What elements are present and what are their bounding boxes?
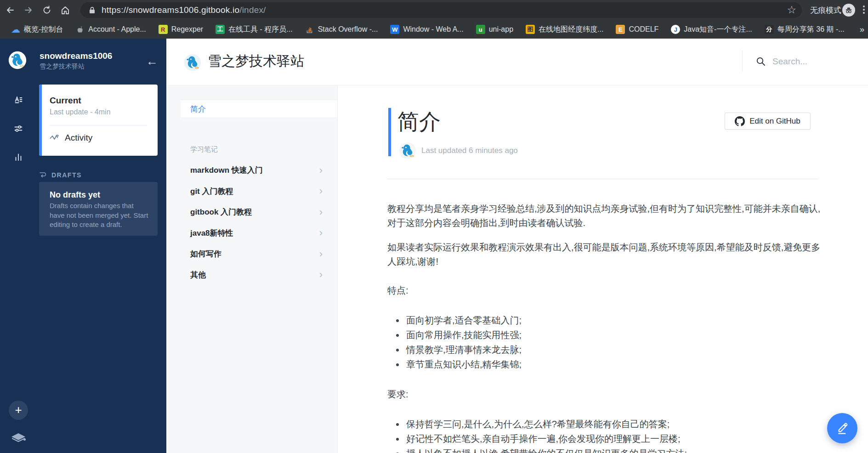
svg-text:</>: </> [410, 154, 414, 158]
add-button[interactable]: + [9, 401, 28, 420]
bookmark-star-icon[interactable]: ☆ [787, 4, 796, 16]
workspace-name: snowdreams1006 [40, 51, 112, 61]
bookmark-favicon: ☁ [11, 25, 20, 34]
bookmark-favicon [305, 25, 314, 34]
bookmark-item[interactable]: 工 在线工具 - 程序员... [216, 25, 293, 34]
url-text: https://snowdreams1006.gitbook.io/index/ [102, 5, 266, 15]
list-item: 面向初学者,适合零基础入门; [405, 313, 826, 328]
author-avatar: </> [399, 142, 416, 159]
nav-item-java8[interactable]: java8新特性› [166, 223, 337, 244]
chevron-right-icon: › [319, 269, 323, 281]
drafts-icon [39, 171, 47, 179]
last-updated-text: Last updated 6 minutes ago [421, 146, 518, 155]
book-nav: 简介 学习笔记 markdown 快速入门› git 入门教程› gitbook… [166, 86, 338, 453]
workspace-subtitle: 雪之梦技术驿站 [40, 62, 85, 71]
requirements-heading: 要求: [387, 387, 826, 402]
chevron-right-icon: › [319, 164, 323, 176]
current-card-accent [39, 85, 42, 156]
bookmark-favicon: 图 [526, 25, 535, 34]
bookmark-favicon: u [476, 25, 485, 34]
github-icon [735, 116, 745, 126]
nav-item-howtowrite[interactable]: 如何写作› [166, 243, 337, 265]
chevron-right-icon: › [319, 227, 323, 239]
drafts-section-label: DRAFTS [51, 171, 82, 179]
content-rail-icon[interactable] [14, 95, 23, 104]
browser-toolbar: https://snowdreams1006.gitbook.io/index/… [0, 0, 868, 20]
list-item: 授人以鱼不如授人以渔,希望带给你的不仅仅是知识更多的是学习方法: [405, 447, 826, 453]
insights-rail-icon[interactable] [14, 153, 23, 162]
svg-text:</>: </> [195, 66, 199, 69]
search-icon [756, 57, 766, 67]
back-button[interactable] [4, 4, 17, 17]
browser-menu-icon[interactable] [863, 6, 865, 14]
bookmark-item[interactable]: W Window - Web A... [390, 25, 463, 34]
address-bar[interactable]: https://snowdreams1006.gitbook.io/index/… [80, 2, 802, 18]
edit-on-github-button[interactable]: Edit on GitHub [725, 113, 811, 130]
edit-fab[interactable] [827, 413, 857, 443]
home-button[interactable] [59, 4, 72, 17]
incognito-mode-label: 无痕模式 [810, 5, 841, 16]
nav-item-git[interactable]: git 入门教程› [166, 181, 337, 202]
nav-item-markdown[interactable]: markdown 快速入门› [166, 160, 337, 181]
drafts-empty-card: No drafts yet Drafts contain changes tha… [39, 182, 158, 236]
pencil-icon [835, 421, 849, 435]
list-item: 好记性不如烂笔头,亲自动手操作一遍,你会发现你的理解更上一层楼; [405, 432, 826, 446]
bookmark-item[interactable]: ☁ 概览-控制台 [11, 25, 63, 34]
search-divider [742, 51, 743, 72]
list-item: 章节重点知识小结,精华集锦; [405, 357, 826, 372]
search-input[interactable]: Search... [756, 57, 807, 67]
bookmark-favicon: E [616, 25, 625, 34]
site-title[interactable]: 雪之梦技术驿站 [208, 52, 304, 71]
lock-icon [89, 6, 96, 14]
incognito-icon [842, 4, 855, 17]
page-content: 简介 </> Last updated 6 minutes ago Edit o… [338, 86, 868, 453]
drafts-section-header: DRAFTS [39, 171, 82, 179]
page-meta: </> Last updated 6 minutes ago [399, 142, 518, 159]
customize-rail-icon[interactable] [14, 124, 23, 133]
requirements-list: 保持哲学三问,是什么,为什么,怎么样?希望最终能有你自己的答案; 好记性不如烂笔… [387, 417, 826, 453]
nav-item-gitbook[interactable]: gitbook 入门教程› [166, 202, 337, 223]
bookmark-item[interactable]: 图 在线地图经度纬度... [526, 25, 603, 34]
nav-item-intro-active[interactable]: 简介 [181, 100, 337, 118]
paragraph: 教程分享均是笔者亲身学习经验总结,涉及到的知识点均亲身试验,但有时为了知识完整性… [387, 202, 826, 230]
bookmark-favicon: 工 [216, 25, 225, 34]
search-placeholder: Search... [772, 57, 807, 67]
bookmark-item[interactable]: E CODELF [616, 25, 658, 34]
list-item: 情景教学,理清事情来龙去脉; [405, 343, 826, 357]
current-subtitle: Last update - 4min [50, 108, 111, 116]
drafts-empty-title: No drafts yet [50, 190, 148, 200]
bookmark-favicon: 分 [765, 25, 774, 34]
list-item: 保持哲学三问,是什么,为什么,怎么样?希望最终能有你自己的答案; [405, 417, 826, 431]
list-item: 面向常用操作,技能实用性强; [405, 328, 826, 342]
admin-sidebar: </> snowdreams1006 雪之梦技术驿站 ← Current Las… [0, 39, 166, 453]
reload-button[interactable] [40, 4, 53, 17]
collapse-sidebar-icon[interactable]: ← [146, 54, 158, 68]
activity-link[interactable]: Activity [50, 133, 92, 143]
current-version-card[interactable]: Current Last update - 4min Activity [39, 85, 158, 156]
site-logo[interactable]: </> [184, 54, 201, 71]
current-title: Current [50, 96, 81, 106]
page-title-accent-bar [388, 108, 391, 156]
gitbook-logo-icon[interactable] [10, 431, 27, 447]
page-body: 教程分享均是笔者亲身学习经验总结,涉及到的知识点均亲身试验,但有时为了知识完整性… [387, 179, 826, 453]
nav-item-other[interactable]: 其他› [166, 265, 337, 286]
bookmark-favicon: W [390, 25, 399, 34]
workspace-avatar[interactable]: </> [8, 51, 27, 69]
bookmark-item[interactable]: u uni-app [476, 25, 513, 34]
forward-button[interactable] [22, 4, 35, 17]
bookmark-item[interactable]: R Regexper [159, 25, 203, 34]
current-card-divider [50, 125, 147, 125]
activity-icon [50, 134, 60, 142]
bookmark-item[interactable]: J Java知音-一个专注... [671, 25, 752, 34]
bookmarks-bar: ☁ 概览-控制台 Account - Apple... R Regexper 工… [0, 20, 868, 39]
bookmark-favicon: J [671, 25, 680, 34]
bookmarks-overflow-chevron[interactable]: » [860, 25, 864, 34]
bookmark-item[interactable]: Stack Overflow -... [305, 25, 378, 34]
chevron-right-icon: › [319, 248, 323, 260]
bookmark-item[interactable]: 分 每周分享第 36 期 -... [765, 25, 845, 34]
bookmark-item[interactable]: Account - Apple... [75, 25, 146, 34]
activity-label: Activity [65, 133, 92, 143]
drafts-empty-body: Drafts contain changes that have not bee… [50, 201, 148, 230]
features-heading: 特点: [387, 283, 826, 298]
bookmark-favicon [75, 25, 85, 34]
